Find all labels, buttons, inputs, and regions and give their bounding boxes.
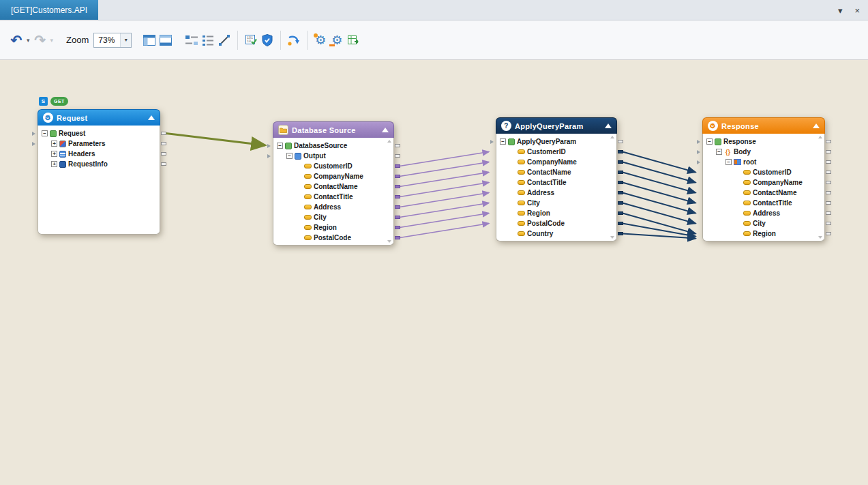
tree-row[interactable]: City bbox=[703, 218, 824, 229]
connection-qp-contactname[interactable] bbox=[623, 173, 695, 193]
scroll-down-icon[interactable] bbox=[387, 240, 391, 243]
output-port[interactable] bbox=[618, 201, 623, 205]
tree-row[interactable]: Region bbox=[703, 229, 824, 239]
gear-minus-button[interactable]: ⚙ bbox=[329, 31, 345, 50]
align-horizontal-button[interactable] bbox=[183, 31, 200, 50]
collapse-expander-icon[interactable]: − bbox=[500, 138, 506, 145]
tree-row[interactable]: +Headers bbox=[38, 149, 160, 159]
connection-postalcode[interactable] bbox=[400, 224, 489, 238]
tree-row[interactable]: City bbox=[496, 198, 616, 208]
tree-row[interactable]: −DatabaseSource bbox=[273, 141, 393, 151]
node-database-source[interactable]: Database Source −DatabaseSource −Output … bbox=[273, 121, 394, 246]
collapse-expander-icon[interactable]: − bbox=[42, 130, 48, 136]
connection-contactname[interactable] bbox=[400, 173, 489, 187]
tree-row[interactable]: −{}Body bbox=[703, 147, 824, 157]
collapse-expander-icon[interactable]: − bbox=[716, 149, 722, 155]
collapse-triangle-icon[interactable] bbox=[382, 128, 389, 132]
connection-contacttitle[interactable] bbox=[400, 183, 489, 197]
zoom-dropdown-icon[interactable]: ▾ bbox=[120, 33, 131, 47]
tree-row[interactable]: CustomerID bbox=[496, 147, 616, 157]
input-port-arrow[interactable] bbox=[32, 132, 35, 136]
input-port-arrow[interactable] bbox=[697, 140, 700, 144]
tree-row[interactable]: Address bbox=[273, 202, 393, 212]
tree-row[interactable]: ContactName bbox=[273, 181, 393, 192]
connection-city[interactable] bbox=[400, 203, 489, 218]
node-apply-query-param-header[interactable]: ? ApplyQueryParam bbox=[496, 117, 617, 134]
expand-expander-icon[interactable]: + bbox=[51, 151, 57, 157]
input-port-arrow[interactable] bbox=[267, 154, 271, 158]
gear-sparkle-button[interactable]: ⚙ bbox=[312, 31, 329, 50]
output-port[interactable] bbox=[826, 181, 831, 184]
security-button[interactable] bbox=[259, 31, 275, 50]
connection-customerid[interactable] bbox=[400, 152, 489, 166]
tree-row[interactable]: −Output bbox=[273, 151, 393, 161]
output-port[interactable] bbox=[395, 154, 400, 158]
collapse-expander-icon[interactable]: − bbox=[706, 138, 713, 145]
connection-region[interactable] bbox=[400, 214, 489, 228]
output-port[interactable] bbox=[826, 191, 831, 194]
node-response-header[interactable]: ⚙ Response bbox=[702, 117, 825, 134]
output-port[interactable] bbox=[826, 150, 831, 153]
tree-row[interactable]: CustomerID bbox=[703, 167, 824, 177]
node-response[interactable]: ⚙ Response −Response −{}Body −root Custo… bbox=[702, 117, 825, 241]
tree-row[interactable]: −root bbox=[703, 157, 824, 167]
connection-qp-address[interactable] bbox=[623, 193, 695, 214]
output-port[interactable] bbox=[618, 232, 623, 235]
tree-row[interactable]: PostalCode bbox=[273, 233, 393, 243]
tree-row[interactable]: Address bbox=[703, 208, 824, 218]
validate-button[interactable]: 10110 bbox=[243, 31, 259, 50]
layout-frame-button[interactable] bbox=[158, 31, 174, 50]
tree-row[interactable]: ContactTitle bbox=[703, 198, 824, 208]
tree-row[interactable]: −Response bbox=[703, 136, 824, 147]
tree-row[interactable]: ContactTitle bbox=[273, 192, 393, 202]
undo-button[interactable]: ↶ bbox=[8, 31, 25, 50]
connection-qp-companyname[interactable] bbox=[623, 162, 695, 183]
tree-row[interactable]: ContactName bbox=[496, 167, 616, 177]
expand-expander-icon[interactable]: + bbox=[51, 141, 57, 147]
node-apply-query-param[interactable]: ? ApplyQueryParam −ApplyQueryParam Custo… bbox=[496, 117, 617, 241]
output-port[interactable] bbox=[161, 132, 166, 135]
tree-row[interactable]: Region bbox=[273, 222, 393, 233]
output-port[interactable] bbox=[826, 171, 831, 174]
tree-row[interactable]: −Request bbox=[38, 128, 160, 138]
output-port[interactable] bbox=[618, 160, 623, 164]
tree-row[interactable]: +Parameters bbox=[38, 138, 160, 149]
output-port[interactable] bbox=[395, 175, 400, 178]
connection-address[interactable] bbox=[400, 193, 489, 207]
tree-row[interactable]: ContactTitle bbox=[496, 177, 616, 188]
scroll-up-icon[interactable] bbox=[818, 136, 822, 138]
redo-button[interactable]: ↷ bbox=[32, 31, 48, 50]
output-port[interactable] bbox=[826, 201, 831, 205]
collapse-expander-icon[interactable]: − bbox=[725, 159, 732, 165]
connection-request-databasesource[interactable] bbox=[166, 134, 265, 146]
output-port[interactable] bbox=[618, 211, 623, 215]
output-port[interactable] bbox=[618, 150, 623, 153]
node-request[interactable]: ⚙ Request −Request +Parameters +Headers … bbox=[38, 109, 160, 235]
zoom-combobox[interactable]: 73% ▾ bbox=[93, 33, 132, 48]
tree-row[interactable]: −ApplyQueryParam bbox=[496, 136, 616, 147]
export-table-button[interactable] bbox=[345, 31, 361, 50]
redo-dropdown-caret[interactable]: ▾ bbox=[48, 37, 56, 44]
scroll-down-icon[interactable] bbox=[610, 236, 614, 239]
input-port-arrow[interactable] bbox=[697, 150, 700, 154]
line-tool-button[interactable] bbox=[216, 31, 233, 50]
input-port-arrow[interactable] bbox=[490, 140, 494, 144]
undo-dropdown-caret[interactable]: ▾ bbox=[25, 37, 32, 44]
output-port[interactable] bbox=[395, 216, 400, 219]
tree-row[interactable]: Region bbox=[496, 208, 616, 218]
auto-map-button[interactable] bbox=[286, 31, 302, 50]
close-icon[interactable]: × bbox=[854, 6, 860, 15]
output-port[interactable] bbox=[826, 140, 831, 143]
output-port[interactable] bbox=[395, 205, 400, 209]
output-port[interactable] bbox=[826, 211, 831, 215]
output-port[interactable] bbox=[395, 144, 400, 147]
collapse-triangle-icon[interactable] bbox=[813, 123, 820, 128]
design-canvas[interactable]: S GET ⚙ Request −Request +Parameters +He… bbox=[0, 60, 868, 485]
connection-qp-customerid[interactable] bbox=[623, 152, 695, 173]
output-port[interactable] bbox=[618, 222, 623, 225]
collapse-triangle-icon[interactable] bbox=[148, 115, 155, 120]
connection-qp-region[interactable] bbox=[623, 214, 695, 234]
collapse-expander-icon[interactable]: − bbox=[277, 143, 283, 149]
collapse-expander-icon[interactable]: − bbox=[286, 153, 293, 159]
output-port[interactable] bbox=[618, 171, 623, 174]
